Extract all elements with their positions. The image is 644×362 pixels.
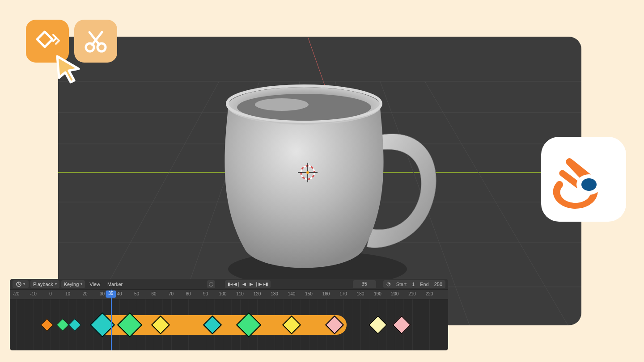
svg-point-19 — [255, 98, 309, 111]
play-rev-button[interactable]: ◀ — [241, 281, 247, 287]
keyframe-jump-icon — [34, 28, 61, 55]
keyframe-diamond[interactable] — [41, 319, 53, 331]
ruler-tick: 100 — [219, 290, 227, 296]
timeline-panel[interactable]: ▾ Playback▾ Keying▾ View Marker ▮◂ ◀❙ ◀ … — [10, 279, 448, 350]
playhead-line[interactable] — [111, 290, 112, 350]
ruler-tick: 110 — [236, 290, 244, 296]
current-frame-field[interactable]: 35 — [353, 280, 376, 288]
jump-start-button[interactable]: ▮◂ — [227, 281, 233, 287]
ruler-tick: 190 — [374, 290, 381, 296]
prev-key-button[interactable]: ◀❙ — [234, 281, 240, 287]
keyframe-diamond[interactable] — [368, 316, 387, 334]
menu-keying[interactable]: Keying▾ — [61, 280, 85, 288]
ruler-tick: 80 — [186, 290, 191, 296]
keyframe-diamond[interactable] — [56, 319, 69, 331]
ruler-tick: 0 — [49, 290, 52, 296]
blender-logo-badge — [541, 137, 626, 222]
play-button[interactable]: ▶ — [248, 281, 254, 287]
ruler-tick: 40 — [117, 290, 122, 296]
ruler-tick: 210 — [408, 290, 416, 296]
jump-end-button[interactable]: ▸▮ — [263, 281, 269, 287]
ruler-tick: 180 — [357, 290, 364, 296]
clock-icon: ◔ — [383, 281, 394, 287]
timeline-header: ▾ Playback▾ Keying▾ View Marker ▮◂ ◀❙ ◀ … — [10, 279, 448, 290]
ruler-tick: 10 — [65, 290, 70, 296]
svg-point-24 — [306, 171, 309, 174]
ruler-tick: 170 — [339, 290, 347, 296]
svg-rect-25 — [37, 32, 52, 47]
ruler-tick: 30 — [100, 290, 105, 296]
timeline-ruler[interactable]: -20-100102030405060708090100110120130140… — [10, 290, 448, 299]
svg-point-31 — [581, 178, 597, 191]
ruler-tick: 200 — [391, 290, 399, 296]
ruler-tick: 20 — [82, 290, 87, 296]
ruler-tick: 150 — [305, 290, 313, 296]
ruler-tick: 120 — [254, 290, 261, 296]
timeline-track-area[interactable] — [10, 299, 448, 350]
playhead-flag[interactable]: 35 — [106, 290, 116, 298]
blender-logo-icon — [552, 148, 615, 210]
menu-view[interactable]: View — [87, 281, 103, 288]
next-key-button[interactable]: ❙▶ — [255, 281, 262, 287]
start-label: Start — [394, 282, 409, 287]
ruler-tick: 220 — [426, 290, 433, 296]
keyframe-diamond[interactable] — [68, 319, 81, 331]
ruler-tick: 130 — [271, 290, 278, 296]
auto-key-button[interactable] — [207, 280, 215, 288]
menu-label: Keying — [64, 282, 79, 287]
mouse-cursor-icon — [53, 53, 85, 85]
menu-playback[interactable]: Playback▾ — [30, 280, 59, 288]
end-label: End — [418, 282, 431, 287]
ruler-tick: 140 — [288, 290, 296, 296]
playback-controls: ▮◂ ◀❙ ◀ ▶ ❙▶ ▸▮ — [225, 280, 271, 288]
ruler-tick: -20 — [13, 290, 19, 296]
ruler-tick: -10 — [30, 290, 36, 296]
ruler-tick: 60 — [151, 290, 156, 296]
scissors-icon — [82, 28, 109, 55]
timeline-editor-selector[interactable]: ▾ — [13, 280, 29, 288]
end-frame-field[interactable]: 250 — [431, 282, 445, 287]
ruler-tick: 50 — [134, 290, 139, 296]
menu-marker[interactable]: Marker — [105, 281, 125, 288]
menu-label: Playback — [33, 282, 53, 287]
frame-range: ◔ Start 1 End 250 — [383, 280, 445, 288]
ruler-tick: 90 — [203, 290, 208, 296]
ruler-tick: 160 — [322, 290, 330, 296]
ruler-tick: 70 — [169, 290, 174, 296]
start-frame-field[interactable]: 1 — [409, 282, 418, 287]
svg-line-1 — [308, 37, 326, 90]
